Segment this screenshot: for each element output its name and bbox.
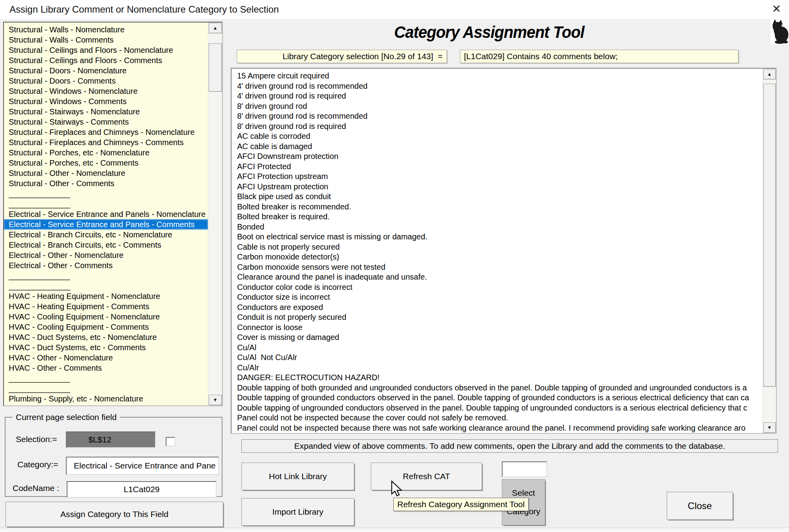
list-item[interactable]: Structural - Other - Comments bbox=[4, 178, 208, 189]
comment-item[interactable]: Carbon monoxide detector(s) bbox=[237, 252, 763, 262]
page-title: Category Assignment Tool bbox=[362, 23, 617, 42]
list-item-label: ______________ bbox=[9, 374, 70, 383]
comment-item[interactable]: Cu/Alr bbox=[237, 363, 763, 373]
comment-item[interactable]: Double tapping of ungrounded conductors … bbox=[237, 403, 763, 413]
list-item[interactable]: Structural - Ceilings and Floors - Nomen… bbox=[4, 45, 208, 55]
scrollbar-thumb[interactable] bbox=[209, 43, 222, 91]
scroll-up-icon[interactable]: ▲ bbox=[209, 23, 222, 33]
comment-item[interactable]: Conductor color code is incorrect bbox=[237, 282, 763, 293]
list-item[interactable]: HVAC - Duct Systems, etc - Comments bbox=[4, 342, 208, 353]
comment-item[interactable]: Bolted breaker is required. bbox=[237, 212, 763, 222]
comment-item[interactable]: Carbon monoxide sensors were not tested bbox=[237, 262, 763, 273]
list-item[interactable]: Structural - Walls - Nomenclature bbox=[4, 24, 208, 35]
comment-item[interactable]: AC cable is damaged bbox=[237, 142, 763, 152]
comment-item[interactable]: 4' driven ground rod is recommended bbox=[237, 81, 763, 91]
comment-item[interactable]: Boot on electrical service mast is missi… bbox=[237, 232, 763, 242]
comment-item[interactable]: Bonded bbox=[237, 222, 763, 232]
comment-item[interactable]: 8' driven ground rod is required bbox=[237, 121, 763, 132]
list-item[interactable]: ______________ bbox=[4, 271, 208, 281]
list-item[interactable]: HVAC - Cooling Equipment - Nomenclature bbox=[4, 312, 208, 322]
list-item-label: Structural - Windows - Nomenclature bbox=[9, 87, 138, 95]
hot-link-library-button[interactable]: Hot Link Library bbox=[241, 463, 354, 490]
list-item[interactable]: Structural - Porches, etc - Comments bbox=[4, 158, 208, 168]
comment-item[interactable]: 15 Ampere circuit required bbox=[237, 71, 763, 81]
comments-scrollbar[interactable]: ▲ ▼ bbox=[763, 69, 776, 433]
assign-category-button[interactable]: Assign Category to This Field bbox=[6, 502, 223, 527]
list-item[interactable]: HVAC - Duct Systems, etc - Nomenclature bbox=[4, 332, 208, 342]
list-item[interactable]: Structural - Windows - Nomenclature bbox=[4, 86, 208, 96]
comment-item[interactable]: Cu/Al Not Cu/Alr bbox=[237, 353, 763, 363]
list-item[interactable]: Structural - Doors - Nomenclature bbox=[4, 65, 208, 76]
scrollbar-thumb[interactable] bbox=[763, 84, 776, 386]
list-item[interactable]: Structural - Walls - Comments bbox=[4, 35, 208, 45]
list-item[interactable]: Structural - Stairways - Nomenclature bbox=[4, 106, 208, 117]
list-item[interactable]: Electrical - Branch Circuits, etc - Comm… bbox=[4, 240, 208, 250]
list-item[interactable]: Electrical - Service Entrance and Panels… bbox=[4, 209, 208, 219]
group-legend: Current page selection field bbox=[13, 413, 120, 422]
list-item[interactable]: Structural - Ceilings and Floors - Comme… bbox=[4, 55, 208, 65]
list-item[interactable]: ______________ bbox=[4, 199, 208, 209]
list-item[interactable]: ______________ bbox=[4, 189, 208, 199]
comment-item[interactable]: AFCI Protected bbox=[237, 162, 763, 172]
list-item[interactable]: ______________ bbox=[4, 383, 208, 394]
comment-item[interactable]: Connector is loose bbox=[237, 323, 763, 333]
list-item[interactable]: Structural - Porches, etc - Nomenclature bbox=[4, 147, 208, 158]
comment-item[interactable]: Conduit is not properly secured bbox=[237, 312, 763, 323]
comment-item[interactable]: Cable is not properly secured bbox=[237, 242, 763, 252]
list-item[interactable]: ______________ bbox=[4, 281, 208, 291]
close-button[interactable]: Close bbox=[667, 492, 733, 520]
category-list-scrollbar[interactable]: ▲ ▼ bbox=[208, 22, 222, 405]
list-item[interactable]: ______________ bbox=[4, 373, 208, 383]
import-library-button[interactable]: Import Library bbox=[241, 498, 354, 526]
category-value-field[interactable]: Electrical - Service Entrance and Pane bbox=[66, 457, 219, 475]
comment-item[interactable]: Cu/Al bbox=[237, 343, 763, 353]
list-item-label: HVAC - Cooling Equipment - Comments bbox=[9, 323, 149, 331]
select-category-input[interactable] bbox=[502, 461, 547, 477]
list-item[interactable]: HVAC - Cooling Equipment - Comments bbox=[4, 322, 208, 332]
codename-value-field[interactable]: L1Cat029 bbox=[67, 481, 217, 498]
list-item[interactable]: HVAC - Other - Nomenclature bbox=[4, 353, 208, 363]
comment-text: Bolted breaker is recommended. bbox=[237, 202, 351, 211]
list-item[interactable]: Plumbing - Supply, etc - Nomenclature bbox=[4, 394, 208, 404]
list-item[interactable]: Structural - Stairways - Comments bbox=[4, 117, 208, 127]
comment-item[interactable]: AFCI Upstream protection bbox=[237, 182, 763, 192]
comment-item[interactable]: 4' driven ground rod is required bbox=[237, 91, 763, 101]
list-item[interactable]: Structural - Fireplaces and Chimneys - C… bbox=[4, 137, 208, 147]
refresh-cat-button[interactable]: Refresh CAT bbox=[371, 463, 482, 490]
comment-item[interactable]: Cover is missing or damaged bbox=[237, 332, 763, 343]
comment-item[interactable]: Black pipe used as conduit bbox=[237, 192, 763, 202]
comment-item[interactable]: Double tapping of grounded conductors ob… bbox=[237, 393, 763, 403]
comment-item[interactable]: Conductor size is incorrect bbox=[237, 292, 763, 302]
list-item[interactable]: Structural - Fireplaces and Chimneys - N… bbox=[4, 127, 208, 137]
selection-value-field[interactable]: $L$12 bbox=[66, 431, 156, 448]
comment-item[interactable]: AFCI Downstream protection bbox=[237, 151, 763, 162]
close-icon[interactable]: ✕ bbox=[772, 2, 781, 16]
comment-item[interactable]: DANGER: ELECTROCUTION HAZARD! bbox=[237, 373, 763, 383]
list-item[interactable]: Structural - Windows - Comments bbox=[4, 96, 208, 106]
scroll-down-icon[interactable]: ▼ bbox=[209, 395, 222, 405]
comment-item[interactable]: Double tapping of both grounded and ungr… bbox=[237, 383, 763, 393]
list-item[interactable]: Electrical - Service Entrance and Panels… bbox=[4, 219, 208, 230]
comment-item[interactable]: Panel could not be inspected because the… bbox=[237, 423, 763, 433]
scroll-down-icon[interactable]: ▼ bbox=[763, 422, 776, 433]
comment-item[interactable]: AC cable is corroded bbox=[237, 131, 763, 142]
list-item[interactable]: Electrical - Other - Comments bbox=[4, 260, 208, 271]
comment-item[interactable]: Panel could not be inspected because the… bbox=[237, 413, 763, 423]
comment-item[interactable]: 8' driven ground rod is recommended bbox=[237, 111, 763, 121]
comment-item[interactable]: Conductors are exposed bbox=[237, 302, 763, 313]
list-item[interactable]: Structural - Other - Nomenclature bbox=[4, 168, 208, 178]
list-item[interactable]: HVAC - Heating Equipment - Nomenclature bbox=[4, 291, 208, 301]
selection-checkbox[interactable] bbox=[166, 437, 175, 446]
list-item-label: Structural - Other - Nomenclature bbox=[9, 169, 125, 177]
comment-item[interactable]: Bolted breaker is recommended. bbox=[237, 202, 763, 212]
list-item[interactable]: Electrical - Other - Nomenclature bbox=[4, 250, 208, 260]
comment-item[interactable]: Clearance around the panel is inadequate… bbox=[237, 272, 763, 282]
comment-item[interactable]: AFCI Protection upstream bbox=[237, 172, 763, 182]
list-item[interactable]: Electrical - Branch Circuits, etc - Nome… bbox=[4, 230, 208, 240]
list-item[interactable]: HVAC - Other - Comments bbox=[4, 363, 208, 373]
list-item[interactable]: HVAC - Heating Equipment - Comments bbox=[4, 301, 208, 312]
comment-text: Bonded bbox=[237, 222, 264, 231]
scroll-up-icon[interactable]: ▲ bbox=[763, 69, 776, 79]
comment-item[interactable]: 8' driven ground rod bbox=[237, 101, 763, 112]
list-item[interactable]: Structural - Doors - Comments bbox=[4, 76, 208, 86]
